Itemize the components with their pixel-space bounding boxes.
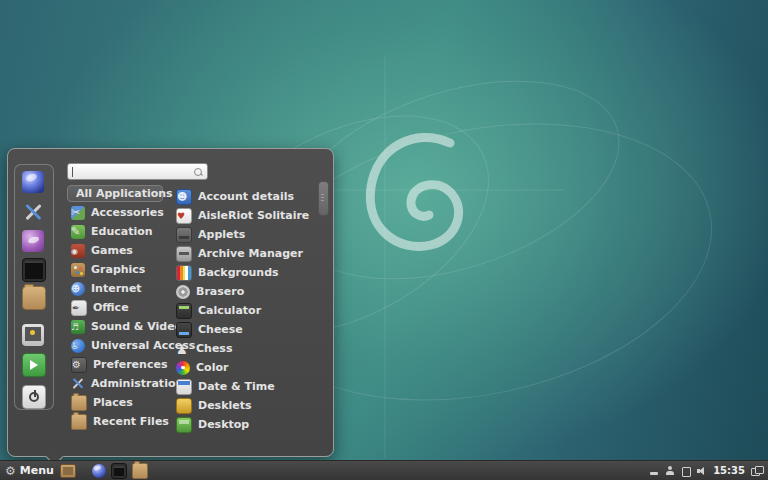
sound-video-icon <box>71 320 85 334</box>
app-item-account-details[interactable]: Account details <box>172 188 300 205</box>
volume-icon[interactable] <box>697 465 707 477</box>
app-item-desktop[interactable]: Desktop <box>172 416 255 433</box>
favorite-lock-screen-icon[interactable] <box>22 324 44 346</box>
panel-launchers <box>92 463 148 479</box>
show-desktop-icon[interactable] <box>60 464 76 478</box>
category-item-label: Places <box>93 396 133 409</box>
category-item-label: Recent Files <box>93 415 169 428</box>
category-item-accessories[interactable]: Accessories <box>67 204 170 221</box>
administration-icon <box>71 377 85 391</box>
app-item-chess[interactable]: Chess <box>172 340 238 357</box>
category-item-label: Sound & Video <box>91 320 182 333</box>
app-item-label: Desktop <box>198 418 249 431</box>
backgrounds-icon <box>176 265 192 281</box>
launcher-file-manager-icon[interactable] <box>132 463 148 479</box>
app-item-label: Desklets <box>198 399 252 412</box>
app-item-brasero[interactable]: Brasero <box>172 283 250 300</box>
favorite-system-tools-icon[interactable] <box>22 201 44 223</box>
app-item-backgrounds[interactable]: Backgrounds <box>172 264 285 281</box>
category-item-label: Administration <box>91 377 183 390</box>
category-item-internet[interactable]: Internet <box>67 280 148 297</box>
app-item-label: Chess <box>196 342 232 355</box>
clock[interactable]: 15:35 <box>713 465 745 476</box>
app-item-label: Applets <box>198 228 245 241</box>
category-item-label: Internet <box>91 282 142 295</box>
category-item-preferences[interactable]: Preferences <box>67 356 173 373</box>
app-item-label: Brasero <box>196 285 244 298</box>
favorite-log-out-icon[interactable] <box>22 353 46 377</box>
window-applet-icon[interactable] <box>681 465 691 477</box>
applets-icon <box>176 227 192 243</box>
favorite-terminal-icon[interactable] <box>22 258 46 282</box>
chess-icon <box>176 342 190 356</box>
favorite-shutdown-icon[interactable] <box>22 385 46 409</box>
user-applet-icon[interactable] <box>665 465 675 477</box>
app-item-label: Cheese <box>198 323 243 336</box>
accessories-icon <box>71 206 85 220</box>
notifications-icon[interactable] <box>751 465 763 477</box>
category-item-label: Office <box>93 301 129 314</box>
category-item-label: Preferences <box>93 358 167 371</box>
games-icon <box>71 244 85 258</box>
places-icon <box>71 395 87 411</box>
category-item-all-applications[interactable]: All Applications <box>67 185 163 202</box>
application-menu: All ApplicationsAccessoriesEducationGame… <box>7 148 334 457</box>
account-details-icon <box>176 189 192 205</box>
favorite-messenger-icon[interactable] <box>22 230 44 252</box>
launcher-web-browser-icon[interactable] <box>92 464 106 478</box>
universal-access-icon <box>71 339 85 353</box>
search-input[interactable] <box>67 163 208 180</box>
app-item-aisleriot-solitaire[interactable]: AisleRiot Solitaire <box>172 207 315 224</box>
launcher-terminal-icon[interactable] <box>111 463 127 479</box>
aisleriot-icon <box>176 208 192 224</box>
app-item-label: Color <box>196 361 228 374</box>
preferences-icon <box>71 357 87 373</box>
category-item-recent-files[interactable]: Recent Files <box>67 413 175 430</box>
education-icon <box>71 225 85 239</box>
cheese-icon <box>176 322 192 338</box>
category-item-games[interactable]: Games <box>67 242 139 259</box>
app-item-calculator[interactable]: Calculator <box>172 302 267 319</box>
category-item-label: Games <box>91 244 133 257</box>
taskbar-left: ⚙ Menu <box>5 463 148 479</box>
app-item-applets[interactable]: Applets <box>172 226 251 243</box>
app-item-label: Archive Manager <box>198 247 303 260</box>
desktop-icon <box>176 417 192 433</box>
favorite-web-browser-icon[interactable] <box>22 171 44 193</box>
system-tray: 15:35 <box>649 465 763 477</box>
app-item-archive-manager[interactable]: Archive Manager <box>172 245 309 262</box>
category-item-places[interactable]: Places <box>67 394 139 411</box>
app-item-cheese[interactable]: Cheese <box>172 321 249 338</box>
category-item-label: Education <box>91 225 153 238</box>
category-item-label: Graphics <box>91 263 145 276</box>
color-icon <box>176 361 190 375</box>
app-item-label: AisleRiot Solitaire <box>198 209 309 222</box>
menu-gear-icon: ⚙ <box>5 465 16 477</box>
app-item-label: Backgrounds <box>198 266 279 279</box>
menu-favorites-sidebar <box>14 164 54 410</box>
category-item-sound-video[interactable]: Sound & Video <box>67 318 188 335</box>
app-item-color[interactable]: Color <box>172 359 234 376</box>
app-item-date-time[interactable]: Date & Time <box>172 378 281 395</box>
graphics-icon <box>71 263 85 277</box>
calculator-icon <box>176 303 192 319</box>
app-item-label: Calculator <box>198 304 261 317</box>
removable-media-icon[interactable] <box>649 465 659 477</box>
date-time-icon <box>176 379 192 395</box>
internet-icon <box>71 282 85 296</box>
menu-button[interactable]: ⚙ Menu <box>5 464 54 477</box>
brasero-icon <box>176 285 190 299</box>
category-item-graphics[interactable]: Graphics <box>67 261 151 278</box>
office-icon <box>71 300 87 316</box>
favorite-file-manager-icon[interactable] <box>22 286 46 310</box>
app-item-label: Account details <box>198 190 294 203</box>
category-item-office[interactable]: Office <box>67 299 135 316</box>
app-item-desklets[interactable]: Desklets <box>172 397 258 414</box>
category-item-label: Accessories <box>91 206 164 219</box>
text-caret <box>72 167 73 177</box>
category-item-administration[interactable]: Administration <box>67 375 189 392</box>
category-item-education[interactable]: Education <box>67 223 159 240</box>
scrollbar-thumb[interactable] <box>318 181 329 216</box>
archive-manager-icon <box>176 246 192 262</box>
search-icon <box>193 167 203 177</box>
